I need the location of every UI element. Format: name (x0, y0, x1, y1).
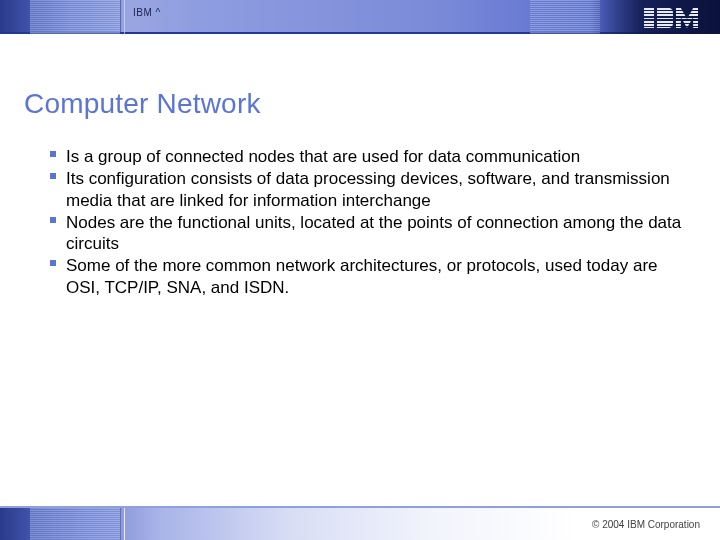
bullet-item: Its configuration consists of data proce… (50, 168, 686, 211)
ibm-logo-i (644, 8, 654, 28)
bullet-item: Nodes are the functional units, located … (50, 212, 686, 255)
bullet-item: Some of the more common network architec… (50, 255, 686, 298)
footer-texture-left (30, 508, 120, 540)
slide-body: Computer Network Is a group of connected… (0, 34, 720, 298)
footer-divider (124, 508, 125, 540)
footer-band: © 2004 IBM Corporation (0, 506, 720, 540)
header-divider (124, 0, 125, 34)
bullet-list: Is a group of connected nodes that are u… (24, 146, 686, 298)
footer-divider (120, 508, 121, 540)
slide: IBM ^ Computer Network Is a group of con… (0, 0, 720, 540)
header-texture-left (30, 0, 120, 34)
ibm-logo-icon (644, 8, 702, 28)
footer-copyright: © 2004 IBM Corporation (592, 519, 700, 530)
ibm-logo-b (657, 8, 673, 28)
header-divider (120, 0, 121, 34)
ibm-logo-m (676, 8, 698, 28)
bullet-item: Is a group of connected nodes that are u… (50, 146, 686, 167)
header-label: IBM ^ (133, 7, 161, 18)
header-band: IBM ^ (0, 0, 720, 34)
slide-title: Computer Network (24, 88, 686, 120)
